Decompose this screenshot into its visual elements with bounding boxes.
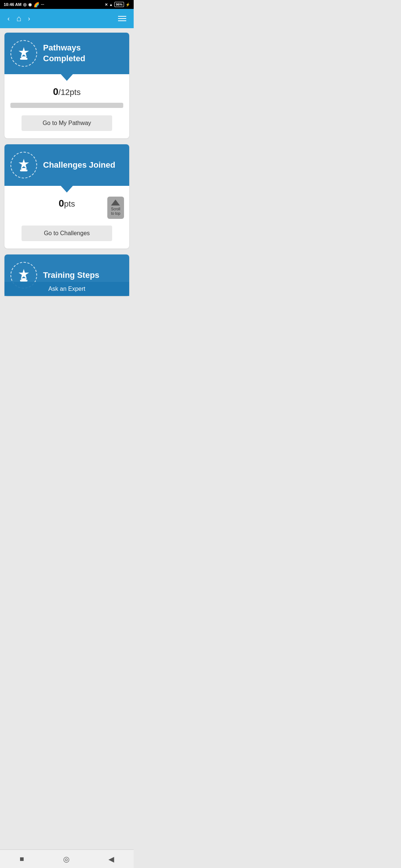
back-button[interactable]: ‹	[7, 15, 10, 23]
status-time: 10:46 AM	[4, 2, 22, 7]
pathways-icon	[16, 46, 31, 61]
bolt-icon: ⚡	[125, 3, 130, 7]
pathways-title: Pathways Completed	[43, 43, 85, 64]
scroll-to-top-label: Scroll to top	[111, 207, 120, 216]
forward-button[interactable]: ›	[28, 15, 30, 23]
pathways-current-points: 0	[53, 86, 58, 97]
scroll-up-arrow-icon	[111, 200, 120, 206]
training-title: Training Steps	[43, 270, 100, 281]
close-icon: ✕	[105, 3, 108, 7]
svg-rect-7	[21, 278, 26, 280]
training-icon	[16, 268, 31, 283]
main-content: Pathways Completed 0/12pts Go to My Path…	[0, 28, 134, 323]
pathways-icon-circle	[10, 40, 37, 67]
menu-button[interactable]	[118, 16, 126, 21]
svg-marker-0	[19, 47, 29, 57]
pathways-card-header: Pathways Completed	[4, 33, 129, 74]
challenges-icon-circle	[10, 152, 37, 178]
challenges-title: Challenges Joined	[43, 160, 115, 171]
ask-expert-label: Ask an Expert	[48, 286, 85, 292]
nav-bar: ‹ ⌂ ›	[0, 9, 134, 28]
dots-icon: ···	[41, 2, 44, 7]
nav-center: ‹ ⌂ ›	[7, 14, 30, 23]
status-bar: 10:46 AM ◎ ◉ 🌈 ··· ✕ ▲ 96% ⚡	[0, 0, 134, 9]
pathways-card-body: 0/12pts Go to My Pathway	[4, 74, 129, 138]
challenges-current-points: 0	[59, 198, 64, 209]
challenges-card: Challenges Joined 0pts Go to Challenges …	[4, 144, 129, 249]
pathways-progress-bar	[10, 103, 123, 108]
status-left: 10:46 AM ◎ ◉ 🌈 ···	[4, 2, 44, 7]
pathways-pts-label: pts	[70, 88, 81, 97]
pathways-points: 0/12pts	[10, 86, 123, 98]
circle-icon: ◉	[28, 2, 32, 7]
pathways-total-points: 12	[61, 88, 69, 97]
training-card: Training Steps Ask an Expert	[4, 254, 129, 296]
scroll-to-top-button[interactable]: Scroll to top	[107, 197, 124, 219]
svg-rect-8	[20, 280, 27, 282]
ask-expert-button[interactable]: Ask an Expert	[4, 282, 129, 296]
status-right: ✕ ▲ 96% ⚡	[105, 2, 130, 7]
go-to-challenges-button[interactable]: Go to Challenges	[22, 226, 112, 241]
location-icon: ◎	[23, 2, 27, 7]
svg-rect-5	[20, 170, 27, 171]
pathways-card: Pathways Completed 0/12pts Go to My Path…	[4, 33, 129, 138]
svg-rect-1	[21, 56, 26, 58]
go-to-pathway-button[interactable]: Go to My Pathway	[22, 115, 112, 131]
challenges-spacer	[10, 214, 123, 226]
battery-indicator: 96%	[114, 2, 124, 7]
svg-rect-2	[20, 58, 27, 60]
challenges-points: 0pts	[10, 198, 123, 209]
challenges-pts-label: pts	[64, 199, 75, 208]
wifi-icon: ▲	[109, 3, 113, 7]
svg-marker-3	[19, 159, 29, 169]
challenges-card-header: Challenges Joined	[4, 144, 129, 186]
home-button[interactable]: ⌂	[16, 14, 21, 23]
svg-marker-6	[19, 269, 29, 279]
challenges-icon	[16, 158, 31, 172]
svg-rect-4	[21, 168, 26, 170]
rainbow-icon: 🌈	[33, 2, 39, 7]
